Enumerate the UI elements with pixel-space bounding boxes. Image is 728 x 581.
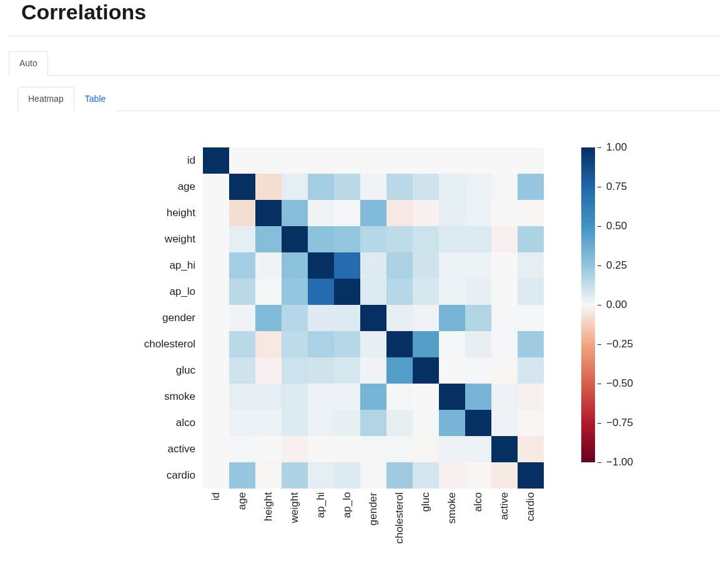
heatmap-cell bbox=[386, 384, 413, 410]
heatmap-cell bbox=[439, 279, 465, 305]
tab-main-auto[interactable]: Auto bbox=[9, 51, 48, 76]
heatmap-cell bbox=[203, 384, 229, 410]
heatmap-cell bbox=[518, 331, 544, 357]
heatmap-cell bbox=[203, 200, 229, 226]
heatmap-cell bbox=[360, 384, 386, 410]
heatmap-cell bbox=[386, 331, 413, 357]
heatmap-cell bbox=[308, 357, 334, 384]
heatmap-cell bbox=[255, 200, 282, 226]
heatmap-cell bbox=[308, 462, 334, 489]
heatmap-cell bbox=[439, 410, 465, 436]
heatmap-cell bbox=[229, 462, 255, 489]
heatmap-y-axis: idageheightweightap_hiap_logendercholest… bbox=[130, 147, 199, 489]
heatmap-x-tick: cardio bbox=[518, 492, 544, 545]
heatmap-cell bbox=[360, 200, 386, 226]
heatmap-cell bbox=[203, 410, 229, 436]
heatmap-cell bbox=[439, 305, 465, 331]
heatmap-cell bbox=[360, 279, 386, 305]
heatmap-cell bbox=[255, 462, 282, 489]
tab-sub-heatmap[interactable]: Heatmap bbox=[17, 87, 74, 111]
heatmap-cell bbox=[386, 279, 413, 305]
heatmap-cell bbox=[334, 226, 360, 252]
heatmap-cell bbox=[282, 174, 308, 200]
heatmap-cell bbox=[413, 305, 439, 331]
heatmap-cell bbox=[308, 252, 334, 279]
heatmap-cell bbox=[203, 174, 229, 200]
heatmap-cell bbox=[386, 357, 413, 384]
heatmap-cell bbox=[282, 305, 308, 331]
heatmap-cell bbox=[413, 357, 439, 384]
colorbar-tick: 0.25 bbox=[598, 259, 627, 272]
heatmap-cell bbox=[518, 147, 544, 174]
colorbar-tick: −0.75 bbox=[598, 417, 633, 429]
heatmap-cell bbox=[308, 384, 334, 410]
correlations-panel: Auto HeatmapTable idageheightweightap_hi… bbox=[9, 36, 719, 545]
heatmap-cell bbox=[203, 305, 229, 331]
heatmap-cell bbox=[439, 147, 465, 174]
tab-sub-table[interactable]: Table bbox=[74, 87, 116, 111]
heatmap-cell bbox=[334, 200, 360, 226]
heatmap-cell bbox=[465, 357, 491, 384]
heatmap-cell bbox=[413, 200, 439, 226]
heatmap-y-tick: age bbox=[130, 174, 199, 200]
heatmap-x-axis: idageheightweightap_hiap_logendercholest… bbox=[203, 492, 544, 545]
colorbar-tick: −0.50 bbox=[598, 377, 633, 390]
tabs-main: Auto bbox=[9, 51, 719, 76]
heatmap-cell bbox=[255, 147, 282, 174]
colorbar-tick: 0.50 bbox=[598, 220, 627, 232]
heatmap-cell bbox=[229, 252, 255, 279]
heatmap-cell bbox=[491, 436, 518, 462]
heatmap-cell bbox=[518, 384, 544, 410]
heatmap-cell bbox=[282, 226, 308, 252]
heatmap-cell bbox=[308, 305, 334, 331]
heatmap-cell bbox=[465, 279, 491, 305]
heatmap-cell bbox=[386, 226, 413, 252]
page-title: Correlations bbox=[21, 0, 728, 24]
heatmap-cell bbox=[282, 147, 308, 174]
heatmap-cell bbox=[203, 331, 229, 357]
heatmap-cell bbox=[334, 462, 360, 489]
heatmap-cell bbox=[413, 252, 439, 279]
heatmap-cell bbox=[203, 147, 229, 174]
heatmap-x-tick: active bbox=[491, 492, 518, 545]
heatmap-cell bbox=[229, 226, 255, 252]
heatmap-cell bbox=[308, 410, 334, 436]
heatmap-cell bbox=[386, 174, 413, 200]
heatmap-cell bbox=[334, 384, 360, 410]
heatmap-x-tick: gluc bbox=[413, 492, 439, 545]
heatmap-cell bbox=[308, 147, 334, 174]
heatmap-cell bbox=[334, 331, 360, 357]
heatmap-cell bbox=[334, 147, 360, 174]
heatmap-y-tick: alco bbox=[130, 410, 199, 436]
heatmap-cell bbox=[518, 357, 544, 384]
heatmap-cell bbox=[386, 410, 413, 436]
heatmap-cell bbox=[360, 226, 386, 252]
heatmap-cell bbox=[203, 462, 229, 489]
heatmap-cell bbox=[491, 331, 518, 357]
heatmap-cell bbox=[465, 384, 491, 410]
heatmap-cell bbox=[413, 384, 439, 410]
heatmap-cell bbox=[282, 357, 308, 384]
heatmap-cell bbox=[229, 410, 255, 436]
heatmap-cell bbox=[465, 174, 491, 200]
heatmap-cell bbox=[491, 252, 518, 279]
heatmap-cell bbox=[203, 436, 229, 462]
heatmap-cell bbox=[229, 384, 255, 410]
heatmap-cell bbox=[334, 252, 360, 279]
heatmap-cell bbox=[386, 462, 413, 489]
heatmap-cell bbox=[334, 279, 360, 305]
heatmap-x-tick: ap_lo bbox=[334, 492, 360, 545]
heatmap-cell bbox=[282, 384, 308, 410]
heatmap-x-tick: gender bbox=[360, 492, 386, 545]
heatmap-cell bbox=[360, 252, 386, 279]
heatmap-cell bbox=[518, 200, 544, 226]
heatmap-cell bbox=[413, 410, 439, 436]
heatmap-cell bbox=[360, 410, 386, 436]
heatmap-cell bbox=[282, 436, 308, 462]
heatmap-cell bbox=[413, 436, 439, 462]
heatmap-cell bbox=[465, 252, 491, 279]
heatmap-cell bbox=[360, 462, 386, 489]
heatmap-cell bbox=[491, 357, 518, 384]
heatmap-cell bbox=[439, 226, 465, 252]
heatmap-y-tick: active bbox=[130, 436, 199, 462]
